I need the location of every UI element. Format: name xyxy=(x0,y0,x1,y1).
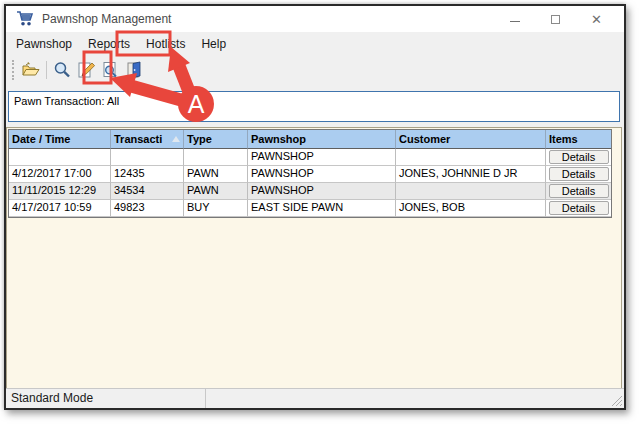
menu-pawnshop[interactable]: Pawnshop xyxy=(8,33,80,55)
table-row[interactable]: PAWNSHOP Details xyxy=(9,149,611,166)
preview-button[interactable] xyxy=(99,59,121,81)
open-button[interactable] xyxy=(20,59,42,81)
exit-door-icon xyxy=(125,61,144,79)
table-row[interactable]: 4/17/2017 10:59 49823 BUY EAST SIDE PAWN… xyxy=(9,200,611,217)
menu-reports[interactable]: Reports xyxy=(80,33,138,55)
column-header-transaction-label: Transacti xyxy=(114,130,162,148)
close-icon: ✕ xyxy=(591,14,602,25)
app-window: Pawnshop Management ✕ Pawnshop Reports H… xyxy=(4,4,626,410)
title-bar: Pawnshop Management ✕ xyxy=(6,6,624,32)
cell-customer: JONES, JOHNNIE D JR xyxy=(396,166,546,183)
cell-customer: JONES, BOB xyxy=(396,200,546,217)
edit-button[interactable] xyxy=(75,59,97,81)
table-row[interactable]: 11/11/2015 12:29 34534 PAWN PAWNSHOP Det… xyxy=(9,183,611,200)
main-content: Pawn Transaction: All Date / Time Transa… xyxy=(6,84,624,388)
cell-transaction: 12435 xyxy=(111,166,184,183)
cell-pawnshop: EAST SIDE PAWN xyxy=(248,200,396,217)
cell-customer xyxy=(396,149,546,166)
toolbar xyxy=(6,56,624,84)
cell-transaction xyxy=(111,149,184,166)
column-header-date-time[interactable]: Date / Time xyxy=(9,130,111,149)
toolbar-separator xyxy=(46,61,47,79)
menu-hotlists[interactable]: Hotlists xyxy=(138,33,193,55)
column-header-pawnshop[interactable]: Pawnshop xyxy=(248,130,396,149)
cell-date: 4/17/2017 10:59 xyxy=(9,200,111,217)
edit-icon xyxy=(77,61,95,79)
close-button[interactable]: ✕ xyxy=(591,14,602,25)
transactions-table: Date / Time Transacti Type Pawnshop Cust… xyxy=(8,129,612,218)
resize-grip-icon[interactable] xyxy=(610,394,622,406)
minimize-button[interactable] xyxy=(509,14,520,25)
details-button[interactable]: Details xyxy=(549,150,609,164)
cell-type xyxy=(184,149,248,166)
maximize-icon xyxy=(551,15,560,24)
hotlist-book-button[interactable] xyxy=(123,59,145,81)
status-bar: Standard Mode xyxy=(6,388,624,408)
column-header-transaction[interactable]: Transacti xyxy=(111,130,184,149)
menu-bar: Pawnshop Reports Hotlists Help xyxy=(6,32,624,56)
status-spacer xyxy=(206,389,624,408)
details-button[interactable]: Details xyxy=(549,201,609,215)
cell-type: PAWN xyxy=(184,166,248,183)
cell-date: 11/11/2015 12:29 xyxy=(9,183,111,200)
cell-customer xyxy=(396,183,546,200)
filter-text: Pawn Transaction: All xyxy=(14,95,119,107)
cell-transaction: 49823 xyxy=(111,200,184,217)
cell-transaction: 34534 xyxy=(111,183,184,200)
table-row[interactable]: 4/12/2017 17:00 12435 PAWN PAWNSHOP JONE… xyxy=(9,166,611,183)
sort-ascending-icon xyxy=(172,136,180,142)
cell-date xyxy=(9,149,111,166)
table-header-row: Date / Time Transacti Type Pawnshop Cust… xyxy=(9,130,611,149)
search-icon xyxy=(53,61,71,79)
table-container: Date / Time Transacti Type Pawnshop Cust… xyxy=(6,127,622,391)
minimize-icon xyxy=(510,21,520,22)
shopping-cart-icon xyxy=(16,11,34,27)
filter-panel: Pawn Transaction: All xyxy=(8,91,620,122)
cell-type: BUY xyxy=(184,200,248,217)
open-folder-icon xyxy=(22,62,41,78)
menu-help[interactable]: Help xyxy=(193,33,234,55)
maximize-button[interactable] xyxy=(550,14,561,25)
search-button[interactable] xyxy=(51,59,73,81)
toolbar-grip[interactable] xyxy=(12,60,15,80)
preview-icon xyxy=(101,61,119,79)
details-button[interactable]: Details xyxy=(549,184,609,198)
column-header-type[interactable]: Type xyxy=(184,130,248,149)
cell-pawnshop: PAWNSHOP xyxy=(248,183,396,200)
window-title: Pawnshop Management xyxy=(42,12,509,26)
status-mode: Standard Mode xyxy=(6,389,206,408)
cell-pawnshop: PAWNSHOP xyxy=(248,166,396,183)
column-header-items[interactable]: Items xyxy=(546,130,611,149)
cell-pawnshop: PAWNSHOP xyxy=(248,149,396,166)
cell-date: 4/12/2017 17:00 xyxy=(9,166,111,183)
cell-type: PAWN xyxy=(184,183,248,200)
details-button[interactable]: Details xyxy=(549,167,609,181)
column-header-customer[interactable]: Customer xyxy=(396,130,546,149)
